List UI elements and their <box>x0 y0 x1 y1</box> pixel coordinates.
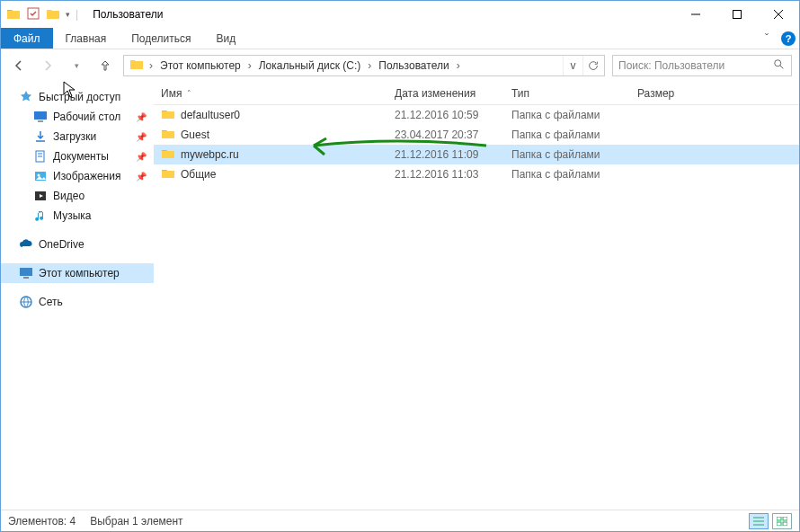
qat-properties-icon[interactable] <box>26 6 40 23</box>
address-folder-icon <box>129 58 144 75</box>
file-name: mywebpc.ru <box>181 148 239 161</box>
quick-access-toolbar: ▾ <box>6 6 70 23</box>
sidebar-item-label: Музыка <box>53 209 91 222</box>
downloads-icon <box>33 129 48 144</box>
column-label: Дата изменения <box>395 87 476 100</box>
help-button[interactable]: ? <box>778 28 799 49</box>
breadcrumb[interactable]: Этот компьютер <box>155 56 246 75</box>
explorer-window: ▾ | Пользователи Файл Главная Поделиться… <box>0 0 800 532</box>
file-list-pane: Имя˄ Дата изменения Тип Размер defaultus… <box>154 82 799 510</box>
sidebar-onedrive[interactable]: OneDrive <box>1 235 154 254</box>
file-date: 21.12.2016 11:03 <box>387 168 504 181</box>
svg-rect-8 <box>38 120 43 122</box>
breadcrumb-sep-icon[interactable]: › <box>246 59 253 72</box>
pin-icon: 📌 <box>136 112 147 122</box>
column-header-size[interactable]: Размер <box>630 87 799 100</box>
address-dropdown-icon[interactable]: v <box>563 56 582 75</box>
svg-rect-24 <box>783 522 787 526</box>
search-box[interactable]: Поиск: Пользователи <box>612 55 792 76</box>
back-button[interactable] <box>8 55 30 76</box>
status-item-count: Элементов: 4 <box>8 515 76 528</box>
ribbon-tab-share[interactable]: Поделиться <box>119 28 203 49</box>
documents-icon <box>33 149 48 164</box>
breadcrumb-sep-icon[interactable]: › <box>147 59 155 72</box>
ribbon-tab-home[interactable]: Главная <box>53 28 120 49</box>
svg-rect-23 <box>777 522 781 526</box>
svg-rect-7 <box>34 111 47 120</box>
column-headers: Имя˄ Дата изменения Тип Размер <box>154 82 799 105</box>
sidebar-item-music[interactable]: Музыка <box>1 206 154 226</box>
sidebar-item-desktop[interactable]: Рабочий стол📌 <box>1 107 154 127</box>
view-icons-button[interactable] <box>772 513 792 529</box>
ribbon-tab-view[interactable]: Вид <box>203 28 248 49</box>
file-rows: defaultuser021.12.2016 10:59Папка с файл… <box>154 105 799 510</box>
sidebar-network[interactable]: Сеть <box>1 292 154 312</box>
monitor-icon <box>19 266 33 280</box>
file-type: Папка с файлами <box>504 148 630 161</box>
qat-dropdown-icon[interactable]: ▾ <box>66 10 70 19</box>
sidebar-this-pc[interactable]: Этот компьютер <box>1 263 154 283</box>
sidebar-item-label: Документы <box>53 150 109 163</box>
sidebar-item-pictures[interactable]: Изображения📌 <box>1 166 154 186</box>
column-label: Тип <box>511 87 529 100</box>
breadcrumb[interactable]: Локальный диск (C:) <box>253 56 367 75</box>
svg-rect-22 <box>783 517 787 520</box>
table-row[interactable]: defaultuser021.12.2016 10:59Папка с файл… <box>154 105 799 125</box>
forward-button[interactable] <box>37 55 58 76</box>
folder-icon <box>161 146 175 164</box>
breadcrumb-sep-icon[interactable]: › <box>366 59 373 72</box>
table-row[interactable]: Общие21.12.2016 11:03Папка с файлами <box>154 164 799 184</box>
sidebar-item-label: Этот компьютер <box>39 267 120 279</box>
sidebar-item-video[interactable]: Видео <box>1 186 154 206</box>
minimize-button[interactable] <box>675 1 716 28</box>
sidebar-item-documents[interactable]: Документы📌 <box>1 146 154 166</box>
sidebar-item-label: Рабочий стол <box>53 111 120 123</box>
table-row[interactable]: mywebpc.ru21.12.2016 11:09Папка с файлам… <box>154 145 799 164</box>
sidebar-item-label: Сеть <box>39 296 63 308</box>
status-bar: Элементов: 4 Выбран 1 элемент <box>1 510 799 531</box>
column-header-date[interactable]: Дата изменения <box>387 87 504 100</box>
svg-rect-15 <box>20 268 32 276</box>
network-icon <box>19 295 33 309</box>
pin-icon: 📌 <box>136 172 147 182</box>
svg-rect-21 <box>777 517 781 520</box>
sidebar-item-label: Видео <box>53 190 84 202</box>
help-icon: ? <box>781 31 796 46</box>
recent-locations-button[interactable]: ▾ <box>66 55 87 76</box>
up-button[interactable] <box>94 55 116 76</box>
breadcrumb[interactable]: Пользователи <box>373 56 454 75</box>
close-button[interactable] <box>758 1 799 28</box>
navigation-bar: ▾ › Этот компьютер › Локальный диск (C:)… <box>1 49 799 82</box>
column-header-type[interactable]: Тип <box>504 87 630 100</box>
sidebar-item-downloads[interactable]: Загрузки📌 <box>1 127 154 146</box>
sidebar-item-label: OneDrive <box>39 238 84 251</box>
window-title: Пользователи <box>93 8 163 21</box>
divider: | <box>76 8 78 21</box>
titlebar[interactable]: ▾ | Пользователи <box>1 1 799 28</box>
file-type: Папка с файлами <box>504 109 630 121</box>
status-selection: Выбран 1 элемент <box>90 515 182 528</box>
star-icon <box>19 90 33 104</box>
breadcrumb-sep-icon[interactable]: › <box>455 59 462 72</box>
file-date: 21.12.2016 10:59 <box>387 109 504 121</box>
sidebar-quick-access[interactable]: Быстрый доступ <box>1 87 154 107</box>
maximize-button[interactable] <box>716 1 758 28</box>
column-label: Размер <box>637 87 674 100</box>
ribbon-collapse-icon[interactable]: ˇ <box>756 28 778 49</box>
music-icon <box>33 208 48 223</box>
ribbon-file-tab[interactable]: Файл <box>1 28 53 49</box>
column-header-name[interactable]: Имя˄ <box>154 87 387 100</box>
file-name: Общие <box>181 168 216 181</box>
pin-icon: 📌 <box>136 152 147 162</box>
address-bar[interactable]: › Этот компьютер › Локальный диск (C:) ›… <box>123 55 605 76</box>
folder-icon <box>161 127 175 144</box>
qat-newfolder-icon[interactable] <box>46 7 60 22</box>
file-name: Guest <box>181 129 209 141</box>
table-row[interactable]: Guest23.04.2017 20:37Папка с файлами <box>154 125 799 145</box>
cloud-icon <box>19 237 33 252</box>
svg-line-6 <box>780 65 784 68</box>
view-details-button[interactable] <box>749 513 769 529</box>
refresh-button[interactable] <box>582 56 602 75</box>
search-icon[interactable] <box>773 58 786 74</box>
file-type: Папка с файлами <box>504 168 630 181</box>
